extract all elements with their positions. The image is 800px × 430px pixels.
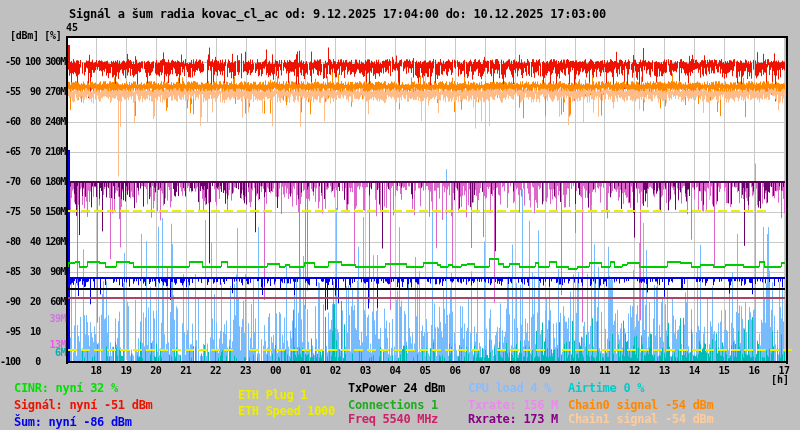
y-axis-tick-label: -90 20 60M bbox=[0, 297, 65, 307]
x-hour-label: 13 bbox=[654, 366, 674, 376]
x-hour-label: 16 bbox=[744, 366, 764, 376]
y-axis-tick-label: -95 10 bbox=[0, 327, 65, 337]
legend-airtime: Airtime 0 % bbox=[568, 382, 644, 394]
x-hour-label: 12 bbox=[624, 366, 644, 376]
y-axis-rate-marker: 39M bbox=[0, 314, 66, 324]
x-hour-label: 15 bbox=[714, 366, 734, 376]
y-axis-units-label: [dBm] [%] bbox=[10, 31, 62, 41]
legend-cpu-load: CPU load 4 % bbox=[468, 382, 551, 394]
legend-chain0: Chain0 signal -54 dBm bbox=[568, 399, 713, 411]
y-axis-tick-label: -80 40 120M bbox=[0, 237, 65, 247]
x-hour-label: 14 bbox=[684, 366, 704, 376]
y-axis-rate-marker: 6M bbox=[0, 348, 66, 358]
x-hour-label: 00 bbox=[265, 366, 285, 376]
x-hour-label: 23 bbox=[236, 366, 256, 376]
x-hour-label: 20 bbox=[146, 366, 166, 376]
x-hour-label: 07 bbox=[475, 366, 495, 376]
legend-chain1: Chain1 signal -54 dBm bbox=[568, 413, 713, 425]
y-axis-tick-label: -50 100 300M bbox=[0, 57, 65, 67]
x-hour-label: 04 bbox=[385, 366, 405, 376]
x-hour-label: 05 bbox=[415, 366, 435, 376]
legend-eth-plug: ETH Plug 1 bbox=[238, 389, 307, 401]
legend-connections: Connections 1 bbox=[348, 399, 438, 411]
x-hour-label: 06 bbox=[445, 366, 465, 376]
y-axis-tick-label: -100 0 bbox=[0, 357, 65, 367]
y-axis-tick-label: -55 90 270M bbox=[0, 87, 65, 97]
legend-signal: Signál: nyní -51 dBm bbox=[14, 399, 153, 411]
legend-rxrate: Rxrate: 173 M bbox=[468, 413, 558, 425]
x-hour-label: 10 bbox=[565, 366, 585, 376]
x-hour-label: 22 bbox=[206, 366, 226, 376]
x-hour-label: 02 bbox=[325, 366, 345, 376]
legend-freq: Freq 5540 MHz bbox=[348, 413, 438, 425]
chart-title: Signál a šum radia kovac_cl_ac od: 9.12.… bbox=[69, 8, 606, 20]
x-hour-label: 03 bbox=[355, 366, 375, 376]
y-axis-tick-label: -60 80 240M bbox=[0, 117, 65, 127]
legend-txpower: TxPower 24 dBm bbox=[348, 382, 445, 394]
x-hour-label: 08 bbox=[505, 366, 525, 376]
y-axis-tick-label: -85 30 90M bbox=[0, 267, 65, 277]
x-axis-unit-label: [h] bbox=[771, 375, 789, 385]
y-axis-tick-label: -75 50 150M bbox=[0, 207, 65, 217]
signal-noise-monitor-page: Signál a šum radia kovac_cl_ac od: 9.12.… bbox=[0, 0, 800, 430]
x-hour-label: 11 bbox=[594, 366, 614, 376]
x-hour-label: 18 bbox=[86, 366, 106, 376]
y-axis-tick-label: -65 70 210M bbox=[0, 147, 65, 157]
legend-noise: Šum: nyní -86 dBm bbox=[14, 416, 132, 428]
x-hour-label: 19 bbox=[116, 366, 136, 376]
legend-cinr: CINR: nyní 32 % bbox=[14, 382, 118, 394]
legend-eth-speed: ETH Speed 1000 bbox=[238, 405, 335, 417]
legend-txrate: Txrate: 156 M bbox=[468, 399, 558, 411]
x-hour-label: 09 bbox=[535, 366, 555, 376]
y-axis-tick-label: -70 60 180M bbox=[0, 177, 65, 187]
x-hour-label: 01 bbox=[295, 366, 315, 376]
x-hour-label: 21 bbox=[176, 366, 196, 376]
